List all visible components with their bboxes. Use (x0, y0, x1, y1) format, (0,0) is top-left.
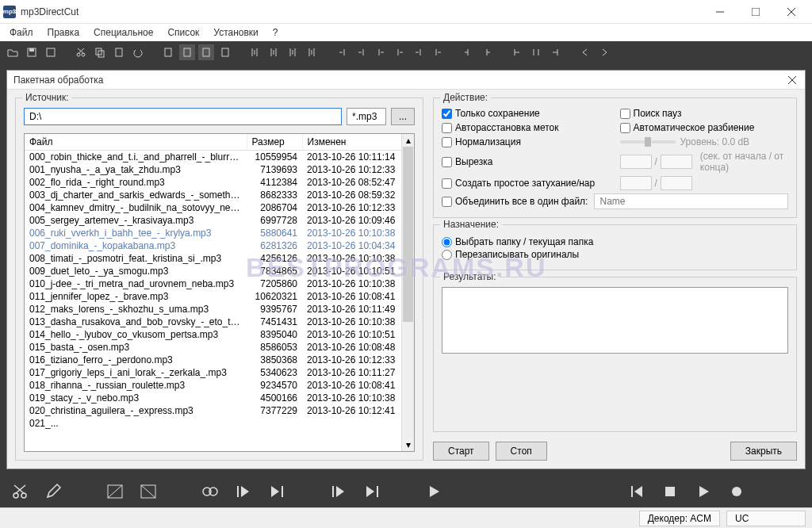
arrow-right-icon[interactable] (596, 44, 612, 60)
nav1-icon[interactable] (335, 44, 350, 60)
jump5-icon[interactable] (547, 44, 563, 60)
table-row[interactable]: 012_maks_lorens_-_skhozhu_s_uma.mp393957… (25, 303, 401, 316)
nav5-icon[interactable] (411, 44, 427, 60)
play-sel-start-icon[interactable] (235, 483, 252, 500)
nav4-icon[interactable] (392, 44, 408, 60)
play-sel-end-icon[interactable] (268, 483, 285, 500)
play-to-icon[interactable] (363, 483, 381, 500)
save-as-icon[interactable] (43, 44, 59, 60)
stop-icon[interactable] (661, 483, 679, 500)
col-date[interactable]: Изменен (302, 134, 401, 151)
scrollbar[interactable]: ▴ ▾ (401, 134, 414, 451)
source-label: Источник: (22, 92, 72, 103)
table-row[interactable]: 002_flo_rida_-_right_round.mp34112384201… (25, 176, 401, 189)
destination-label: Назначение: (440, 219, 502, 230)
table-row[interactable]: 000_robin_thicke_and_t.i._and_pharrell_-… (25, 151, 401, 164)
table-row[interactable]: 020_christina_aguilera_-_express.mp37377… (25, 404, 401, 417)
table-row[interactable]: 001_nyusha_-_a_ya_tak_zhdu.mp37139693201… (25, 163, 401, 176)
table-row[interactable]: 010_j-dee_-_tri_metra_nad_urovnem_neba.m… (25, 277, 401, 290)
radio-overwrite[interactable]: Перезаписывать оригиналы (442, 249, 788, 260)
table-row[interactable]: 016_tiziano_ferro_-_perdono.mp3385036820… (25, 354, 401, 366)
chk-merge[interactable]: Объединить все в один файл: (442, 196, 588, 207)
nav3-icon[interactable] (373, 44, 389, 60)
sheet4-icon[interactable] (217, 44, 233, 60)
nav6-icon[interactable] (430, 44, 446, 60)
chk-auto-mark[interactable]: Авторасстановка меток (442, 122, 611, 133)
stop-button[interactable]: Стоп (496, 442, 547, 461)
close-button[interactable]: Закрыть (730, 442, 797, 461)
scroll-down-icon[interactable]: ▾ (402, 438, 414, 451)
jump3-icon[interactable] (509, 44, 525, 60)
source-path-input[interactable] (24, 108, 342, 125)
arrow-left-icon[interactable] (577, 44, 593, 60)
record-icon[interactable] (728, 483, 745, 500)
table-row[interactable]: 019_stacy_-_v_nebo.mp345001662013-10-26 … (25, 392, 401, 404)
menu-settings[interactable]: Установки (207, 25, 264, 40)
chk-cut[interactable]: Вырезка (442, 151, 611, 173)
marker1-icon[interactable] (247, 44, 263, 60)
open-icon[interactable] (5, 44, 21, 60)
table-row[interactable]: 015_basta_-_osen.mp385860532013-10-26 10… (25, 341, 401, 354)
col-file[interactable]: Файл (25, 134, 247, 151)
fade-in-icon[interactable] (106, 483, 124, 500)
merge-name-input[interactable] (594, 193, 788, 209)
table-row[interactable]: 006_ruki_vverkh_i_bahh_tee_-_krylya.mp35… (25, 227, 401, 239)
table-row[interactable]: 009_duet_leto_-_ya_smogu.mp378348652013-… (25, 265, 401, 277)
scroll-thumb[interactable] (403, 147, 413, 322)
table-row[interactable]: 008_timati_-_posmotri_feat._kristina_si_… (25, 252, 401, 265)
jump4-icon[interactable] (528, 44, 544, 60)
minimize-button[interactable] (702, 0, 737, 24)
table-row[interactable]: 005_sergey_artemev_-_krasivaya.mp3699772… (25, 214, 401, 227)
menu-file[interactable]: Файл (3, 25, 40, 40)
menu-edit[interactable]: Правка (41, 25, 86, 40)
table-row[interactable]: 007_dominika_-_kopakabana.mp362813262013… (25, 239, 401, 252)
table-row[interactable]: 013_dasha_rusakova_and_bob_rovsky_-_eto_… (25, 316, 401, 328)
fade-out-icon[interactable] (140, 483, 157, 500)
menu-list[interactable]: Список (161, 25, 205, 40)
chk-only-save[interactable]: Только сохранение (442, 108, 611, 119)
chk-fade[interactable]: Создать простое затухание/нар (442, 176, 611, 190)
play-cue-icon[interactable] (425, 483, 442, 500)
sheet3-icon[interactable] (198, 44, 214, 60)
table-row[interactable]: 003_dj_charter_and_sarkis_edwards_-_some… (25, 189, 401, 201)
jump2-icon[interactable] (479, 44, 495, 60)
marker2-icon[interactable] (266, 44, 282, 60)
maximize-button[interactable] (737, 0, 773, 24)
table-row[interactable]: 017_grigoriy_leps_i_ani_lorak_-_zerkala_… (25, 366, 401, 379)
close-button[interactable] (773, 0, 809, 24)
paste-icon[interactable] (111, 44, 127, 60)
cut-icon[interactable] (73, 44, 89, 60)
chk-normalize[interactable]: Нормализация (442, 136, 611, 147)
sheet1-icon[interactable] (160, 44, 176, 60)
dialog-close-button[interactable] (786, 74, 799, 86)
play-from-icon[interactable] (330, 483, 347, 500)
rewind-icon[interactable] (628, 483, 645, 500)
table-row[interactable]: 011_jennifer_lopez_-_brave.mp31062032120… (25, 290, 401, 303)
radio-choose-folder[interactable]: Выбрать папку / текущая папка (442, 236, 788, 247)
marker3-icon[interactable] (285, 44, 301, 60)
table-row[interactable]: 004_kamnev_dmitry_-_budilnik_na_sotovyy_… (25, 201, 401, 214)
save-icon[interactable] (24, 44, 40, 60)
chk-pause-search[interactable]: Поиск пауз (620, 108, 789, 119)
loop-icon[interactable] (201, 483, 219, 500)
ext-filter-input[interactable] (347, 108, 386, 125)
chk-auto-split[interactable]: Автоматическое разбиение (620, 122, 789, 133)
start-button[interactable]: Старт (433, 442, 489, 461)
undo-icon[interactable] (130, 44, 146, 60)
jump1-icon[interactable] (460, 44, 476, 60)
browse-button[interactable]: ... (391, 108, 415, 125)
table-row[interactable]: 018_rihanna_-_russian_roulette.mp3923457… (25, 379, 401, 392)
menu-help[interactable]: ? (266, 25, 285, 40)
copy-icon[interactable] (92, 44, 108, 60)
table-row[interactable]: 021_... (25, 417, 401, 430)
pencil-icon[interactable] (44, 483, 62, 500)
nav2-icon[interactable] (354, 44, 370, 60)
menu-special[interactable]: Специальное (87, 25, 159, 40)
scroll-up-icon[interactable]: ▴ (402, 134, 414, 147)
sheet2-icon[interactable] (179, 44, 195, 60)
play-icon[interactable] (695, 483, 712, 500)
col-size[interactable]: Размер (247, 134, 302, 151)
scissors-icon[interactable] (11, 483, 29, 500)
table-row[interactable]: 014_hello_-_lyubov_co_vkusom_pertsa.mp38… (25, 328, 401, 341)
marker4-icon[interactable] (304, 44, 320, 60)
